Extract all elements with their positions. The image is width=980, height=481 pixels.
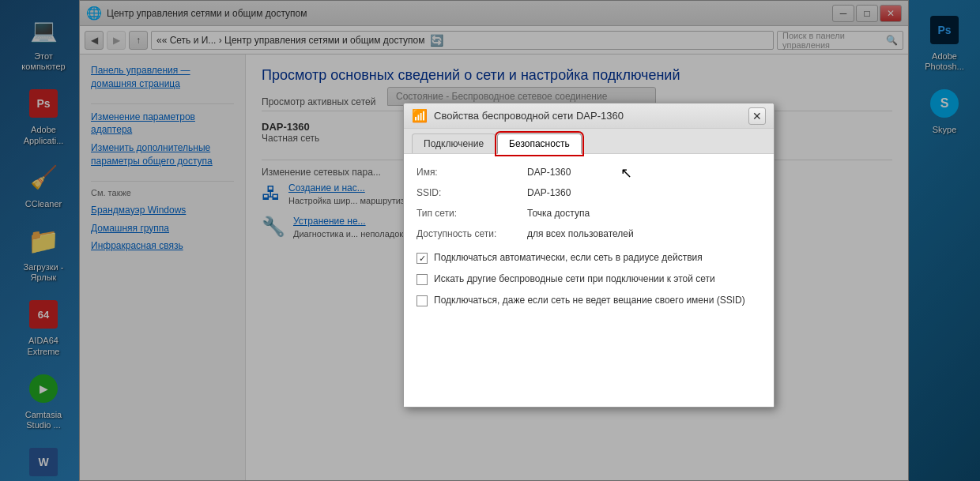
field-name: Имя: DAP-1360 [416,167,761,178]
field-network-type: Тип сети: Точка доступа [416,208,761,219]
field-availability-value: для всех пользователей [527,228,634,239]
dialog-close-button[interactable]: ✕ [748,107,766,125]
tab-security[interactable]: Безопасность [497,133,582,154]
search-other-label: Искать другие беспроводные сети при подк… [434,273,715,284]
field-ssid: SSID: DAP-1360 [416,187,761,198]
dialog-content: Имя: DAP-1360 SSID: DAP-1360 Тип сети: Т… [404,154,774,407]
wifi-properties-dialog: 📶 Свойства беспроводной сети DAP-1360 ✕ … [403,103,775,408]
tab-connection[interactable]: Подключение [412,133,496,153]
field-availability-label: Доступность сети: [416,228,527,239]
field-name-label: Имя: [416,167,527,178]
field-ssid-value: DAP-1360 [527,187,571,198]
checkbox-check-icon: ✓ [419,254,426,264]
desktop: 💻 Этот компьютер Ps Adobe Applicati... 🧹… [0,0,980,481]
dialog-title-bar: 📶 Свойства беспроводной сети DAP-1360 ✕ [404,103,774,129]
connect-hidden-checkbox[interactable] [416,295,428,306]
dialog-title: Свойства беспроводной сети DAP-1360 [434,110,748,122]
auto-connect-checkbox[interactable]: ✓ [416,253,428,264]
checkbox-auto-connect: ✓ Подключаться автоматически, если сеть … [416,252,761,264]
field-network-type-label: Тип сети: [416,208,527,219]
field-ssid-label: SSID: [416,187,527,198]
field-network-type-value: Точка доступа [527,208,590,219]
field-name-value: DAP-1360 [527,167,571,178]
checkbox-connect-hidden: Подключаться, даже если сеть не ведет ве… [416,295,761,306]
checkbox-group: ✓ Подключаться автоматически, если сеть … [416,252,761,306]
field-availability: Доступность сети: для всех пользователей [416,228,761,239]
wifi-properties-icon: 📶 [412,108,428,123]
auto-connect-label: Подключаться автоматически, если сеть в … [434,252,703,263]
dialog-tabs: Подключение Безопасность [404,129,774,154]
search-other-checkbox[interactable] [416,274,428,285]
connect-hidden-label: Подключаться, даже если сеть не ведет ве… [434,295,745,306]
checkbox-search-other: Искать другие беспроводные сети при подк… [416,273,761,285]
